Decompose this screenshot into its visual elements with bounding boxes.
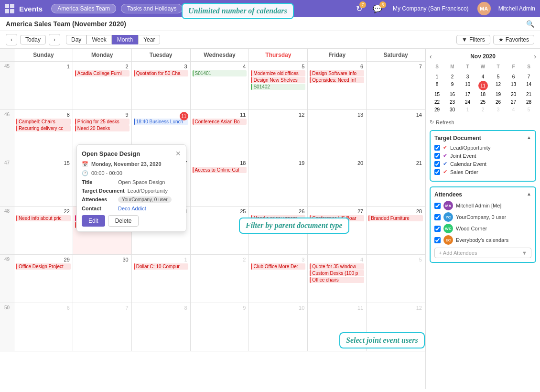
cell-dec-2[interactable]: 2 <box>191 255 249 303</box>
event-dollar[interactable]: Dollar C: 10 Compur <box>134 263 188 270</box>
filter-button[interactable]: ▼ Filters <box>456 35 490 44</box>
mini-day-24[interactable]: 24 <box>460 98 475 106</box>
cell-nov-7[interactable]: 7 <box>367 62 425 109</box>
mini-day-dec3[interactable]: 3 <box>491 106 506 113</box>
cell-dec-4[interactable]: 4Quote for 35 windowCustom Desks (100 pO… <box>308 255 367 303</box>
nav-tab-tasks[interactable]: Tasks and Holidays <box>121 4 183 13</box>
view-week[interactable]: Week <box>86 35 111 44</box>
mini-day-25[interactable]: 25 <box>475 98 490 106</box>
cell-dec-7[interactable]: 7 <box>73 303 132 351</box>
event-club-office[interactable]: Club Office More De: <box>251 263 305 270</box>
cell-nov-3[interactable]: 3Quotation for 50 Cha <box>132 62 191 109</box>
event-design-software[interactable]: Design Software Info <box>310 70 364 76</box>
cell-nov-19[interactable]: 19 <box>249 158 308 206</box>
checkbox-woodcorner[interactable] <box>434 226 441 232</box>
event-custom-desks[interactable]: Custom Desks (100 p <box>310 270 364 276</box>
cell-nov-12[interactable]: 12 <box>249 110 308 158</box>
search-button[interactable]: 🔍 <box>526 20 534 28</box>
mini-day-19[interactable]: 19 <box>491 91 506 98</box>
event-conf-asian[interactable]: Conference Asian Bo <box>193 119 247 125</box>
checkbox-joint[interactable] <box>434 153 440 159</box>
view-year[interactable]: Year <box>138 35 160 44</box>
mini-day-6[interactable]: 6 <box>506 73 521 80</box>
cell-dec-1[interactable]: 1Dollar C: 10 Compur <box>132 255 191 303</box>
cell-nov-5[interactable]: 5Modernize old officesDesign New Shelves… <box>249 62 308 109</box>
mini-day-5[interactable]: 5 <box>491 73 506 80</box>
event-design-shelves[interactable]: Design New Shelves <box>251 77 305 83</box>
mini-day-10[interactable]: 10 <box>460 81 475 90</box>
event-business-lunch[interactable]: 18:40 Business Lunch <box>134 119 188 125</box>
mini-day-26[interactable]: 26 <box>491 98 506 106</box>
mini-day-15[interactable]: 15 <box>430 91 444 98</box>
mini-day-4[interactable]: 4 <box>475 73 490 80</box>
next-button[interactable]: › <box>49 34 60 45</box>
event-modernize[interactable]: Modernize old offices <box>251 70 305 76</box>
event-recurring[interactable]: Recurring delivery cc <box>16 125 71 131</box>
checkbox-sales[interactable] <box>434 169 440 175</box>
popup-delete-button[interactable]: Delete <box>108 215 139 227</box>
mini-day-14[interactable]: 14 <box>521 81 536 90</box>
user-avatar[interactable]: MA <box>477 2 491 15</box>
event-quotation[interactable]: Quotation for 50 Cha <box>134 70 188 76</box>
cell-nov-21[interactable]: 21 <box>367 158 425 206</box>
cell-nov-15[interactable]: 15 <box>14 158 73 206</box>
event-office-design[interactable]: Office Design Project <box>16 263 71 270</box>
cell-nov-18[interactable]: 18Access to Online Cal <box>191 158 249 206</box>
mini-day-28[interactable]: 28 <box>521 98 536 106</box>
event-s01401[interactable]: S01401 <box>193 70 247 76</box>
cell-dec-8[interactable]: 8 <box>132 303 191 351</box>
checkbox-everybody[interactable] <box>434 237 441 243</box>
popup-edit-button[interactable]: Edit <box>82 215 105 227</box>
cell-dec-6[interactable]: 6 <box>14 303 73 351</box>
view-day[interactable]: Day <box>66 35 86 44</box>
mini-day-11[interactable]: 11 <box>478 81 488 90</box>
cell-nov-8[interactable]: 8Campbell: ChairsRecurring delivery cc <box>14 110 73 158</box>
checkbox-lead[interactable] <box>434 145 440 151</box>
popup-close-button[interactable]: ✕ <box>175 150 181 157</box>
mini-day-8[interactable]: 8 <box>430 81 444 90</box>
mini-day-22[interactable]: 22 <box>430 98 444 106</box>
mini-day-29[interactable]: 29 <box>430 106 444 113</box>
mini-day-30[interactable]: 30 <box>445 106 460 113</box>
refresh-button[interactable]: ↻ Refresh <box>430 119 454 125</box>
event-access-online[interactable]: Access to Online Cal <box>193 167 247 173</box>
cell-nov-30[interactable]: 30 <box>73 255 132 303</box>
cell-nov-13[interactable]: 13 <box>308 110 367 158</box>
mini-day-9[interactable]: 9 <box>445 81 460 90</box>
mini-day-20[interactable]: 20 <box>506 91 521 98</box>
cell-dec-10[interactable]: 10 <box>249 303 308 351</box>
attendees-collapse-arrow[interactable]: ▲ <box>527 191 531 196</box>
mini-day-dec1[interactable]: 1 <box>460 106 475 113</box>
event-campbell[interactable]: Campbell: Chairs <box>16 119 71 125</box>
event-office-chairs[interactable]: Office chairs <box>310 277 364 283</box>
checkbox-yourcompany[interactable] <box>434 214 441 220</box>
event-opensides[interactable]: Opensides: Need Inf <box>310 77 364 83</box>
event-need-info[interactable]: Need info about pric <box>16 215 71 221</box>
event-pricing-25[interactable]: Pricing for 25 desks <box>75 119 130 125</box>
cell-nov-29[interactable]: 29Office Design Project <box>14 255 73 303</box>
event-s01402[interactable]: S01402 <box>251 84 305 90</box>
mini-day-12[interactable]: 12 <box>491 81 506 90</box>
add-attendees-dropdown[interactable]: + Add Attendees ▼ <box>434 248 531 258</box>
mini-day-18[interactable]: 18 <box>475 91 490 98</box>
cell-dec-3[interactable]: 3Club Office More De: <box>249 255 308 303</box>
mini-next-button[interactable]: › <box>534 53 536 60</box>
cell-dec-9[interactable]: 9 <box>191 303 249 351</box>
event-need-20[interactable]: Need 20 Desks <box>75 125 130 131</box>
section-collapse-arrow[interactable]: ▲ <box>527 135 531 140</box>
cell-dec-5[interactable]: 5 <box>367 255 425 303</box>
nav-tab-america[interactable]: America Sales Team <box>51 4 116 13</box>
cell-nov-28[interactable]: 28Branded Furniture <box>367 207 425 254</box>
refresh-icon[interactable]: ↻7 <box>356 4 362 13</box>
mini-day-2[interactable]: 2 <box>445 73 460 80</box>
popup-contact-value[interactable]: Deco Addict <box>118 206 146 211</box>
cell-nov-2[interactable]: 2Acadia College Furni <box>73 62 132 109</box>
mini-day-17[interactable]: 17 <box>460 91 475 98</box>
mini-day-dec5[interactable]: 5 <box>521 106 536 113</box>
cell-nov-20[interactable]: 20 <box>308 158 367 206</box>
event-acadia[interactable]: Acadia College Furni <box>75 70 130 76</box>
prev-button[interactable]: ‹ <box>6 34 17 45</box>
grid-icon[interactable] <box>5 4 14 13</box>
mini-day-21[interactable]: 21 <box>521 91 536 98</box>
view-month[interactable]: Month <box>112 35 138 44</box>
